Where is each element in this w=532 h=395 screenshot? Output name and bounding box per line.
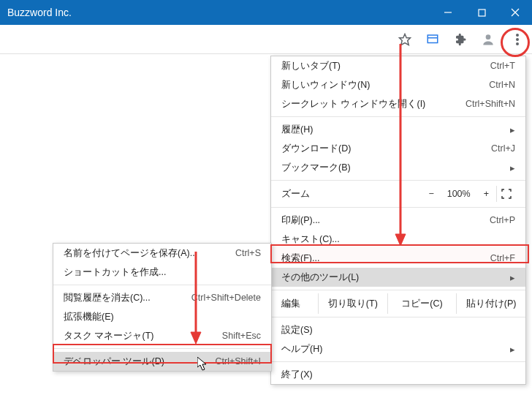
menu-settings[interactable]: 設定(S): [271, 320, 525, 339]
menu-shortcut: Ctrl+J: [491, 143, 515, 154]
menu-separator: [271, 361, 525, 362]
menu-label: 終了(X): [281, 369, 313, 381]
menu-separator: [53, 348, 271, 349]
menu-exit[interactable]: 終了(X): [271, 365, 525, 384]
zoom-value: 100%: [447, 189, 471, 199]
menu-label: 設定(S): [281, 324, 313, 336]
browser-toolbar: [0, 25, 532, 54]
menu-label: デベロッパー ツール(D): [64, 356, 164, 368]
menu-separator: [53, 285, 271, 285]
window-title: Buzzword Inc.: [7, 7, 72, 18]
menu-separator: [271, 317, 525, 317]
menu-separator: [271, 290, 525, 290]
menu-shortcut: Ctrl+S: [235, 248, 261, 258]
fullscreen-button[interactable]: [496, 186, 515, 202]
svg-rect-5: [428, 35, 438, 43]
chevron-right-icon: ▸: [510, 124, 515, 135]
submenu-save-page-as[interactable]: 名前を付けてページを保存(A)... Ctrl+S: [53, 244, 271, 263]
menu-label: ブックマーク(B): [281, 162, 351, 174]
submenu-create-shortcut[interactable]: ショートカットを作成...: [53, 263, 271, 282]
edit-paste-button[interactable]: 貼り付け(P): [456, 293, 525, 314]
menu-shortcut: Ctrl+Shift+I: [215, 356, 261, 366]
menu-shortcut: Ctrl+F: [490, 253, 515, 263]
menu-edit-row: 編集 切り取り(T) コピー(C) 貼り付け(P): [271, 293, 525, 314]
profile-icon[interactable]: [481, 32, 495, 47]
reading-list-icon[interactable]: [425, 32, 440, 47]
close-button[interactable]: [498, 0, 532, 25]
menu-label: 検索(F)...: [281, 252, 319, 265]
menu-label: 履歴(H): [281, 124, 313, 136]
menu-label: 閲覧履歴を消去(C)...: [64, 292, 151, 304]
menu-label: 印刷(P)...: [281, 214, 320, 227]
svg-point-8: [516, 34, 519, 37]
extensions-icon[interactable]: [453, 32, 468, 47]
svg-point-10: [516, 42, 519, 45]
menu-label: 拡張機能(E): [64, 311, 114, 323]
menu-label: その他のツール(L): [281, 271, 359, 284]
minimize-button[interactable]: [431, 0, 465, 25]
menu-label: 新しいタブ(T): [281, 60, 341, 72]
submenu-developer-tools[interactable]: デベロッパー ツール(D) Ctrl+Shift+I: [53, 352, 271, 371]
menu-label: 編集: [281, 298, 318, 310]
menu-help[interactable]: ヘルプ(H) ▸: [271, 339, 525, 358]
menu-label: 名前を付けてページを保存(A)...: [64, 247, 197, 260]
menu-label: ヘルプ(H): [281, 343, 322, 356]
window-titlebar: Buzzword Inc.: [0, 0, 532, 25]
more-tools-submenu: 名前を付けてページを保存(A)... Ctrl+S ショートカットを作成... …: [53, 243, 272, 372]
menu-shortcut: Ctrl+N: [489, 80, 515, 90]
menu-more-tools[interactable]: その他のツール(L) ▸: [271, 268, 525, 287]
menu-shortcut: Ctrl+T: [490, 61, 515, 71]
annotation-arrow-to-dev-tools: [189, 252, 203, 345]
menu-label: ズーム: [281, 188, 310, 200]
submenu-clear-browsing[interactable]: 閲覧履歴を消去(C)... Ctrl+Shift+Delete: [53, 288, 271, 307]
maximize-button[interactable]: [465, 0, 498, 25]
edit-copy-button[interactable]: コピー(C): [387, 293, 457, 314]
chevron-right-icon: ▸: [510, 162, 515, 173]
svg-point-9: [516, 38, 519, 41]
kebab-menu-button[interactable]: [509, 31, 526, 48]
submenu-extensions[interactable]: 拡張機能(E): [53, 307, 271, 326]
menu-shortcut: Shift+Esc: [222, 331, 261, 341]
zoom-out-button[interactable]: −: [428, 189, 433, 199]
edit-cut-button[interactable]: 切り取り(T): [318, 293, 387, 314]
svg-point-7: [486, 34, 491, 40]
menu-label: タスク マネージャ(T): [64, 330, 153, 342]
menu-label: ショートカットを作成...: [64, 266, 166, 279]
svg-marker-4: [400, 34, 411, 45]
annotation-arrow-to-more-tools: [393, 44, 408, 247]
menu-shortcut: Ctrl+P: [490, 215, 515, 225]
menu-label: キャスト(C)...: [281, 233, 340, 246]
svg-marker-12: [395, 234, 406, 246]
mouse-cursor-icon: [197, 357, 209, 372]
menu-find[interactable]: 検索(F)... Ctrl+F: [271, 249, 525, 268]
menu-label: ダウンロード(D): [281, 143, 351, 155]
menu-shortcut: Ctrl+Shift+N: [466, 99, 515, 109]
window-controls: [431, 0, 532, 25]
chevron-right-icon: ▸: [510, 344, 515, 355]
menu-label: 新しいウィンドウ(N): [281, 79, 370, 91]
submenu-task-manager[interactable]: タスク マネージャ(T) Shift+Esc: [53, 326, 271, 345]
zoom-in-button[interactable]: +: [484, 189, 489, 199]
svg-marker-14: [191, 332, 201, 344]
svg-rect-1: [479, 10, 485, 16]
chevron-right-icon: ▸: [510, 272, 515, 283]
